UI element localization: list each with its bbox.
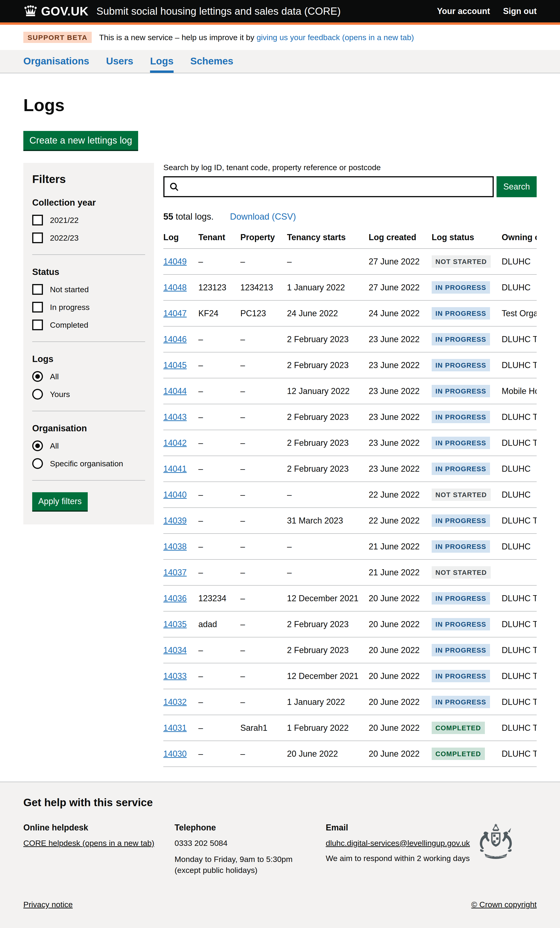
log-id-link[interactable]: 14043 <box>163 412 187 422</box>
checkbox-box[interactable] <box>32 215 43 226</box>
log-id-link[interactable]: 14034 <box>163 646 187 655</box>
status-tag: IN PROGRESS <box>432 437 490 449</box>
primary-navigation: Organisations Users Logs Schemes <box>0 50 560 73</box>
log-id-link[interactable]: 14046 <box>163 334 187 344</box>
owning-organisation-cell: DLUHC Test <box>502 611 537 637</box>
nav-item-schemes[interactable]: Schemes <box>191 50 233 73</box>
checkbox-label: Completed <box>50 321 88 330</box>
log-id-link[interactable]: 14036 <box>163 594 187 603</box>
checkbox-box[interactable] <box>32 302 43 313</box>
search-button[interactable]: Search <box>496 176 537 197</box>
checkbox-not-started[interactable]: Not started <box>32 284 145 295</box>
status-tag: NOT STARTED <box>432 488 491 501</box>
checkbox-label: In progress <box>50 303 90 312</box>
log-id-link[interactable]: 14033 <box>163 671 187 681</box>
owning-organisation-cell: DLUHC Test <box>502 585 537 611</box>
status-tag: IN PROGRESS <box>432 359 490 371</box>
crown-copyright-link[interactable]: © Crown copyright <box>471 900 537 909</box>
log-created-cell: 23 June 2022 <box>369 404 432 430</box>
download-csv-link[interactable]: Download (CSV) <box>230 212 296 222</box>
log-id-link[interactable]: 14049 <box>163 257 187 266</box>
create-lettings-log-button[interactable]: Create a new lettings log <box>23 131 138 150</box>
table-header-row: Log Tenant Property Tenancy starts Log c… <box>163 232 537 249</box>
checkbox-2022-23[interactable]: 2022/23 <box>32 232 145 243</box>
apply-filters-button[interactable]: Apply filters <box>32 492 88 510</box>
telephone-heading: Telephone <box>174 823 326 833</box>
radio-logs-all[interactable]: All <box>32 371 145 382</box>
table-row: 14043––2 February 202323 June 2022IN PRO… <box>163 404 537 430</box>
log-id-link[interactable]: 14037 <box>163 568 187 577</box>
status-tag: IN PROGRESS <box>432 540 490 553</box>
log-id-link[interactable]: 14045 <box>163 360 187 370</box>
your-account-link[interactable]: Your account <box>437 6 490 16</box>
tenant-cell: – <box>198 508 240 534</box>
radio-button[interactable] <box>32 389 43 400</box>
tenant-cell: – <box>198 663 240 689</box>
log-id-link[interactable]: 14032 <box>163 697 187 707</box>
nav-item-logs[interactable]: Logs <box>150 50 173 73</box>
footer-online-helpdesk: Online helpdesk CORE helpdesk (opens in … <box>23 823 174 875</box>
tenant-cell: – <box>198 249 240 275</box>
radio-organisation-all[interactable]: All <box>32 440 145 451</box>
owning-organisation-cell: DLUHC <box>502 249 537 275</box>
log-id-link[interactable]: 14042 <box>163 438 187 448</box>
nav-item-users[interactable]: Users <box>106 50 133 73</box>
radio-organisation-specific[interactable]: Specific organisation <box>32 458 145 469</box>
log-id-link[interactable]: 14031 <box>163 723 187 733</box>
log-status-cell: COMPLETED <box>432 715 502 741</box>
owning-organisation-cell: DLUHC Test <box>502 352 537 378</box>
column-header-tenancy-starts: Tenancy starts <box>287 232 369 249</box>
tenancy-starts-cell: 12 December 2021 <box>287 663 369 689</box>
log-id-link[interactable]: 14048 <box>163 282 187 292</box>
footer-heading: Get help with this service <box>23 796 537 809</box>
column-header-log-created: Log created <box>369 232 432 249</box>
core-helpdesk-link[interactable]: CORE helpdesk (opens in a new tab) <box>23 839 154 848</box>
radio-label: Specific organisation <box>50 459 123 468</box>
tenancy-starts-cell: 20 June 2022 <box>287 741 369 767</box>
log-id-link[interactable]: 14030 <box>163 749 187 759</box>
telephone-holidays: (except public holidays) <box>174 866 326 875</box>
page-title: Logs <box>23 95 537 115</box>
nav-item-organisations[interactable]: Organisations <box>23 50 89 73</box>
property-cell: – <box>240 741 287 767</box>
log-id-link[interactable]: 14047 <box>163 308 187 318</box>
log-status-cell: NOT STARTED <box>432 249 502 275</box>
log-id-link[interactable]: 14035 <box>163 620 187 629</box>
tenancy-starts-cell: 12 December 2021 <box>287 585 369 611</box>
log-created-cell: 23 June 2022 <box>369 326 432 352</box>
feedback-link[interactable]: giving us your feedback (opens in a new … <box>256 33 414 42</box>
radio-button[interactable] <box>32 458 43 469</box>
checkbox-box[interactable] <box>32 232 43 243</box>
privacy-notice-link[interactable]: Privacy notice <box>23 900 73 909</box>
log-created-cell: 20 June 2022 <box>369 585 432 611</box>
email-link[interactable]: dluhc.digital-services@levellingup.gov.u… <box>326 839 470 848</box>
radio-logs-yours[interactable]: Yours <box>32 389 145 400</box>
radio-label: All <box>50 372 59 381</box>
sign-out-link[interactable]: Sign out <box>503 6 537 16</box>
checkbox-label: Not started <box>50 285 89 294</box>
tenant-cell: – <box>198 637 240 663</box>
filter-heading-collection-year: Collection year <box>32 198 145 208</box>
log-id-link[interactable]: 14041 <box>163 464 187 473</box>
checkbox-2021-22[interactable]: 2021/22 <box>32 215 145 226</box>
table-row: 1404812312312342131 January 202227 June … <box>163 275 537 301</box>
checkbox-box[interactable] <box>32 319 43 330</box>
log-status-cell: IN PROGRESS <box>432 585 502 611</box>
property-cell: Sarah1 <box>240 715 287 741</box>
log-id-link[interactable]: 14040 <box>163 490 187 499</box>
table-row: 14038–––21 June 2022IN PROGRESSDLUHC <box>163 534 537 559</box>
checkbox-completed[interactable]: Completed <box>32 319 145 330</box>
radio-button[interactable] <box>32 440 43 451</box>
log-id-link[interactable]: 14044 <box>163 386 187 396</box>
radio-button[interactable] <box>32 371 43 382</box>
govuk-logo[interactable]: GOV.UK <box>23 4 89 18</box>
log-created-cell: 23 June 2022 <box>369 352 432 378</box>
tenancy-starts-cell: – <box>287 559 369 585</box>
log-id-link[interactable]: 14038 <box>163 542 187 551</box>
checkbox-box[interactable] <box>32 284 43 295</box>
tenant-cell: KF24 <box>198 301 240 326</box>
checkbox-in-progress[interactable]: In progress <box>32 302 145 313</box>
service-name-link[interactable]: Submit social housing lettings and sales… <box>96 5 341 17</box>
log-id-link[interactable]: 14039 <box>163 516 187 525</box>
search-input[interactable] <box>163 176 494 197</box>
